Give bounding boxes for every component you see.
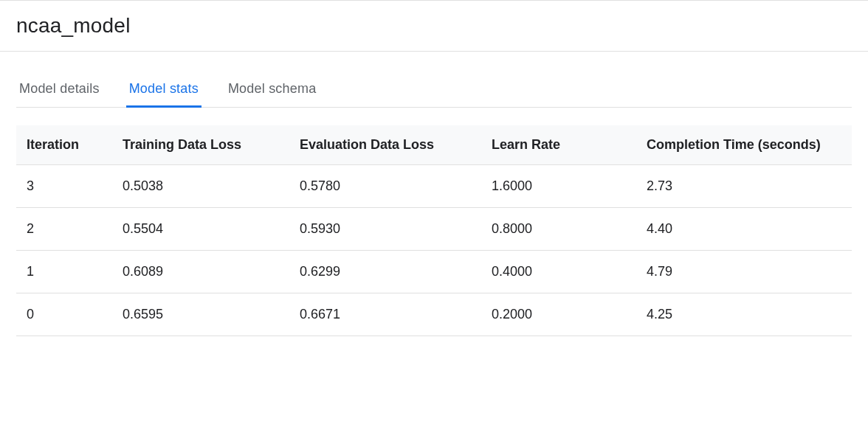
table-row: 0 0.6595 0.6671 0.2000 4.25 [16, 293, 852, 336]
cell-learn-rate: 1.6000 [481, 165, 636, 208]
cell-training-loss: 0.5504 [112, 208, 289, 251]
table-row: 3 0.5038 0.5780 1.6000 2.73 [16, 165, 852, 208]
tab-model-schema[interactable]: Model schema [225, 72, 319, 107]
table-row: 2 0.5504 0.5930 0.8000 4.40 [16, 208, 852, 251]
cell-eval-loss: 0.6299 [289, 251, 481, 293]
cell-completion-time: 4.79 [636, 251, 852, 293]
stats-table: Iteration Training Data Loss Evaluation … [16, 125, 852, 336]
table-header-row: Iteration Training Data Loss Evaluation … [16, 125, 852, 165]
cell-completion-time: 2.73 [636, 165, 852, 208]
cell-learn-rate: 0.2000 [481, 293, 636, 336]
tab-bar: Model details Model stats Model schema [16, 72, 852, 108]
col-training-loss: Training Data Loss [112, 125, 289, 165]
cell-iteration: 0 [16, 293, 112, 336]
model-panel: ncaa_model Model details Model stats Mod… [0, 0, 868, 336]
cell-training-loss: 0.6089 [112, 251, 289, 293]
page-title: ncaa_model [16, 14, 852, 38]
cell-learn-rate: 0.4000 [481, 251, 636, 293]
cell-completion-time: 4.25 [636, 293, 852, 336]
panel-header: ncaa_model [0, 0, 868, 52]
tab-model-details[interactable]: Model details [16, 72, 103, 107]
panel-content: Model details Model stats Model schema I… [0, 72, 868, 336]
cell-training-loss: 0.5038 [112, 165, 289, 208]
col-eval-loss: Evaluation Data Loss [289, 125, 481, 165]
col-completion-time: Completion Time (seconds) [636, 125, 852, 165]
cell-training-loss: 0.6595 [112, 293, 289, 336]
cell-eval-loss: 0.5780 [289, 165, 481, 208]
tab-model-stats[interactable]: Model stats [126, 72, 202, 107]
cell-completion-time: 4.40 [636, 208, 852, 251]
cell-iteration: 1 [16, 251, 112, 293]
cell-eval-loss: 0.5930 [289, 208, 481, 251]
col-iteration: Iteration [16, 125, 112, 165]
cell-learn-rate: 0.8000 [481, 208, 636, 251]
table-row: 1 0.6089 0.6299 0.4000 4.79 [16, 251, 852, 293]
col-learn-rate: Learn Rate [481, 125, 636, 165]
cell-eval-loss: 0.6671 [289, 293, 481, 336]
cell-iteration: 2 [16, 208, 112, 251]
cell-iteration: 3 [16, 165, 112, 208]
